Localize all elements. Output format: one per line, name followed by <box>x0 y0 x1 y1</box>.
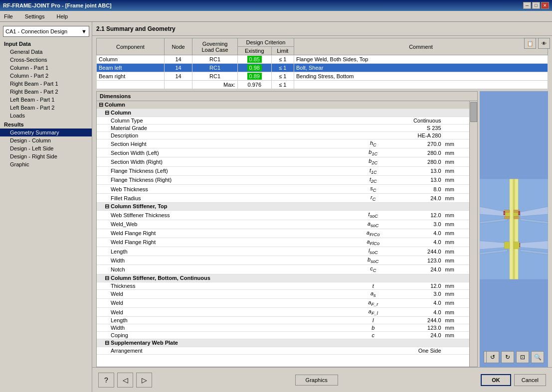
col-component: Component <box>97 38 165 55</box>
max-limit: ≤ 1 <box>271 81 294 89</box>
sidebar-item-design-right[interactable]: Design - Right Side <box>0 152 92 160</box>
cancel-button[interactable]: Cancel <box>514 374 546 386</box>
svg-rect-13 <box>504 211 505 213</box>
summary-icon-btn2[interactable]: 👁 <box>538 38 550 49</box>
cell-component: Column <box>97 55 165 64</box>
sidebar-item-right-beam-part1[interactable]: Right Beam - Part 1 <box>0 80 92 88</box>
svg-rect-12 <box>514 216 520 219</box>
cell-loadcase: RC1 <box>192 55 238 64</box>
cell-node: 14 <box>164 72 192 81</box>
dropdown-arrow: ▼ <box>81 28 87 34</box>
cell-comment: Bending Stress, Bottom <box>294 72 548 81</box>
svg-rect-16 <box>519 214 520 215</box>
maximize-button[interactable]: □ <box>532 2 540 9</box>
cell-limit: ≤ 1 <box>271 55 294 64</box>
list-item: Material Grade S 235 <box>97 125 469 132</box>
rotate-right-btn[interactable]: ↻ <box>501 351 514 363</box>
list-item: Web Stiffener Thickness tsoC 12.0 mm <box>97 211 469 220</box>
dimensions-header: Dimensions <box>97 92 477 101</box>
menu-settings[interactable]: Settings <box>23 12 47 20</box>
list-item: Length lsoC 244.0 mm <box>97 247 469 256</box>
prev-button[interactable]: ◁ <box>117 373 133 388</box>
list-item: Section Width (Left) b1C 280.0 mm <box>97 148 469 157</box>
list-item: Description HE-A 280 <box>97 132 469 139</box>
back-button[interactable]: ? <box>98 373 114 388</box>
list-item: Length l 244.0 mm <box>97 317 469 324</box>
svg-rect-11 <box>504 216 510 219</box>
summary-icons: 📋 👁 <box>524 38 550 49</box>
main-layout: CA1 - Connection Design ▼ Input Data Gen… <box>0 22 552 392</box>
col-node: Node <box>164 38 192 55</box>
frame-visualization: ✋ ↺ ↻ ⊡ 🔍 <box>480 91 548 367</box>
col-design-criterion: Design Criterion <box>237 38 294 47</box>
list-item: Flange Thickness (Left) t1C 13.0 mm <box>97 166 469 175</box>
list-item: Weld aF_r 4.0 mm <box>97 298 469 307</box>
sidebar-item-geometry-summary[interactable]: Geometry Summary <box>0 129 92 136</box>
scrollbar[interactable] <box>469 101 477 367</box>
close-button[interactable]: ✕ <box>541 2 549 9</box>
sidebar-item-loads[interactable]: Loads <box>0 112 92 120</box>
subsection-stiffener-bottom: ⊟ Column Stiffener, Bottom, Continuous <box>97 274 469 282</box>
summary-icon-btn1[interactable]: 📋 <box>524 38 536 49</box>
collapse-icon[interactable]: ⊟ <box>105 340 109 346</box>
ok-button[interactable]: OK <box>481 374 511 386</box>
collapse-icon[interactable]: ⊟ <box>99 102 103 108</box>
bottom-right-buttons: OK Cancel <box>481 374 546 386</box>
list-item: Flange Thickness (Right) t2C 13.0 mm <box>97 175 469 184</box>
bottom-center: Graphics <box>295 375 338 386</box>
panel-scroll-wrapper: ⊟ Column ⊟ <box>97 101 477 367</box>
collapse-icon[interactable]: ⊟ <box>105 110 109 116</box>
svg-rect-9 <box>504 210 510 212</box>
graphics-button[interactable]: Graphics <box>295 375 338 386</box>
connection-dropdown[interactable]: CA1 - Connection Design ▼ <box>3 26 89 37</box>
frame-svg <box>480 91 548 367</box>
dropdown-label: CA1 - Connection Design <box>5 28 67 34</box>
sidebar-item-left-beam-part2[interactable]: Left Beam - Part 2 <box>0 104 92 112</box>
dimensions-panel: Dimensions ⊟ Column <box>96 91 478 367</box>
menu-file[interactable]: File <box>2 12 15 20</box>
list-item: Width bsoC 123.0 mm <box>97 256 469 265</box>
sidebar-item-right-beam-part2[interactable]: Right Beam - Part 2 <box>0 88 92 96</box>
next-button[interactable]: ▷ <box>136 373 152 388</box>
svg-rect-6 <box>513 179 515 279</box>
sidebar-item-design-left[interactable]: Design - Left Side <box>0 144 92 152</box>
cell-comment: Flange Weld, Both Sides, Top <box>294 55 548 64</box>
sidebar-item-design-column[interactable]: Design - Column <box>0 136 92 144</box>
right-panel-toolbar-right: ↺ ↻ ⊡ 🔍 <box>486 351 544 363</box>
minimize-button[interactable]: ─ <box>523 2 531 9</box>
col-comment: Comment <box>294 38 548 55</box>
zoom-btn[interactable]: 🔍 <box>531 351 544 363</box>
svg-rect-14 <box>504 214 505 215</box>
rotate-left-btn[interactable]: ↺ <box>486 351 499 363</box>
svg-rect-10 <box>514 210 520 212</box>
max-value: 0.976 <box>237 81 271 89</box>
window-title: RF-FRAME-JOINT Pro - [Frame joint ABC] <box>3 2 112 8</box>
collapse-icon[interactable]: ⊟ <box>105 203 109 209</box>
bottom-panels: Dimensions ⊟ Column <box>92 91 552 367</box>
sidebar-section-input: Input Data <box>0 39 92 48</box>
list-item: Notch cC 24.0 mm <box>97 265 469 274</box>
section-column: ⊟ Column <box>97 101 469 109</box>
dimensions-scroll[interactable]: ⊟ Column ⊟ <box>97 101 469 367</box>
sidebar-item-column-part2[interactable]: Column - Part 2 <box>0 72 92 80</box>
sidebar-item-left-beam-part1[interactable]: Left Beam - Part 1 <box>0 96 92 104</box>
max-label: Max: <box>192 81 238 89</box>
list-item: Width b 123.0 mm <box>97 324 469 332</box>
cell-node: 14 <box>164 64 192 72</box>
content-header: 2.1 Summary and Geometry <box>92 22 552 36</box>
sidebar-item-graphic[interactable]: Graphic <box>0 160 92 168</box>
sidebar-item-general-data[interactable]: General Data <box>0 48 92 56</box>
list-item: Weld Flange Right aFrCo 4.0 mm <box>97 229 469 238</box>
list-item: Web Thickness sC 8.0 mm <box>97 184 469 193</box>
menu-help[interactable]: Help <box>54 12 70 20</box>
content-area: 2.1 Summary and Geometry Component Node … <box>92 22 552 392</box>
cell-limit: ≤ 1 <box>271 64 294 72</box>
fit-btn[interactable]: ⊡ <box>516 351 529 363</box>
sidebar-section-results: Results <box>0 120 92 129</box>
dimensions-table: ⊟ Column ⊟ <box>97 101 469 355</box>
cell-component: Beam left <box>97 64 165 72</box>
cell-existing: 0.89 <box>237 72 271 81</box>
collapse-icon[interactable]: ⊟ <box>105 275 109 281</box>
sidebar-item-column-part1[interactable]: Column - Part 1 <box>0 64 92 72</box>
sidebar-item-cross-sections[interactable]: Cross-Sections <box>0 56 92 64</box>
